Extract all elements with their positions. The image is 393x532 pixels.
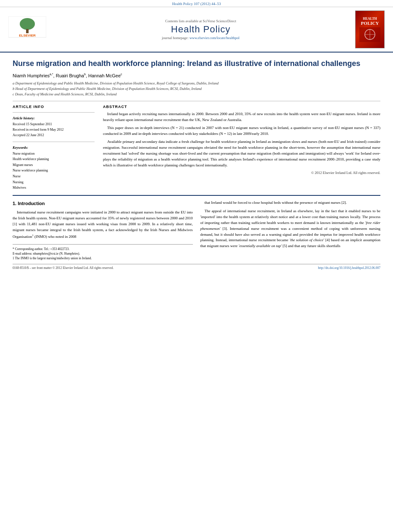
affiliation-c: c Dean, Faculty of Medicine and Health S… [13, 92, 380, 97]
affiliation-b: b Head of Department of Epidemiology and… [13, 86, 380, 92]
keywords-divider [13, 142, 95, 142]
info-divider [13, 112, 95, 113]
authors-line: Niamh Humphriesa,*, Ruairi Brughab, Hann… [13, 73, 380, 78]
author-humphries: Niamh Humphriesa,*, Ruairi Brughab, Hann… [13, 73, 122, 78]
keyword-2: Health workforce planning [13, 156, 95, 162]
abstract-col: ABSTRACT Ireland began actively recruiti… [103, 105, 380, 191]
page-footer: 0168-8510/$ – see front matter © 2012 El… [13, 264, 380, 270]
journal-center: Contents lists available at SciVerse Sci… [55, 19, 347, 40]
body-divider [13, 195, 380, 196]
keyword-1: Nurse migration [13, 151, 95, 157]
abstract-para-1: Ireland began actively recruiting nurses… [103, 111, 380, 123]
article-title: Nurse migration and health workforce pla… [13, 59, 380, 68]
keyword-6: Nursing [13, 179, 95, 185]
right-para-2: The appeal of international nurse recrui… [200, 208, 381, 250]
journal-title: Health Policy [55, 24, 347, 35]
article-info-col: ARTICLE INFO Article history: Received 1… [13, 105, 95, 191]
article-info-heading: ARTICLE INFO [13, 105, 95, 109]
article-content: Nurse migration and health workforce pla… [0, 53, 393, 276]
elsevier-logo: ELSEVIER [8, 16, 46, 42]
history-label: Article history: [13, 116, 95, 120]
footer-doi: http://dx.doi.org/10.1016/j.healthpol.20… [318, 266, 380, 270]
received-revised-date: Received in revised form 9 May 2012 [13, 127, 95, 133]
journal-reference-banner: Health Policy 107 (2012) 44–53 [0, 0, 393, 7]
copyright-line: © 2012 Elsevier Ireland Ltd. All rights … [103, 171, 380, 175]
body-left-col: 1. Introduction International nurse recr… [13, 200, 193, 261]
keyword-5: Nurse [13, 174, 95, 179]
body-right-col: that Ireland would be forced to close ho… [200, 200, 381, 261]
journal-homepage: journal homepage: www.elsevier.com/locat… [55, 36, 347, 40]
footnote-1: 1 The INMO is the largest nursing/midwif… [13, 256, 193, 261]
journal-header: ELSEVIER Contents lists available at Sci… [0, 7, 393, 53]
footer-issn: 0168-8510/$ – see front matter © 2012 El… [13, 266, 113, 270]
abstract-heading: ABSTRACT [103, 105, 380, 109]
footnotes: * Corresponding author. Tel.: +353 40227… [13, 244, 193, 261]
word-based: based [331, 238, 340, 242]
intro-para-1: International nurse recruitment campaign… [13, 210, 193, 240]
journal-cover-image: HEALTH POLICY [355, 11, 385, 48]
keyword-3: Migrant nurses [13, 162, 95, 168]
abstract-text: Ireland began actively recruiting nurses… [103, 111, 380, 168]
abstract-para-3: Available primary and secondary data ind… [103, 139, 380, 169]
sciverse-note: Contents lists available at SciVerse Sci… [55, 19, 347, 23]
body-section: 1. Introduction International nurse recr… [13, 200, 380, 261]
svg-text:ELSEVIER: ELSEVIER [19, 34, 36, 37]
svg-rect-2 [26, 29, 29, 33]
header-divider [13, 101, 380, 101]
svg-point-1 [20, 18, 35, 30]
abstract-para-2: This paper draws on in-depth interviews … [103, 125, 380, 137]
keyword-4: Nurse workforce planning [13, 168, 95, 174]
journal-homepage-link[interactable]: www.elsevier.com/locate/healthpol [190, 36, 240, 40]
right-para-1: that Ireland would be forced to close ho… [200, 200, 381, 206]
affiliation-a: a Department of Epidemiology and Public … [13, 81, 380, 86]
footnote-star: * Corresponding author. Tel.: +353 40227… [13, 247, 193, 251]
accepted-date: Accepted 22 June 2012 [13, 133, 95, 138]
introduction-title: 1. Introduction [13, 200, 193, 207]
keyword-7: Midwives [13, 185, 95, 191]
keywords-list: Nurse migration Health workforce plannin… [13, 151, 95, 191]
keywords-label: Keywords: [13, 145, 95, 150]
journal-ref-text: Health Policy 107 (2012) 44–53 [172, 2, 221, 6]
received-date: Received 15 September 2011 [13, 122, 95, 127]
affiliations: a Department of Epidemiology and Public … [13, 81, 380, 97]
footnote-email: E-mail address: nhumphries@rcsi.ie (N. H… [13, 251, 193, 256]
info-abstract-section: ARTICLE INFO Article history: Received 1… [13, 105, 380, 191]
